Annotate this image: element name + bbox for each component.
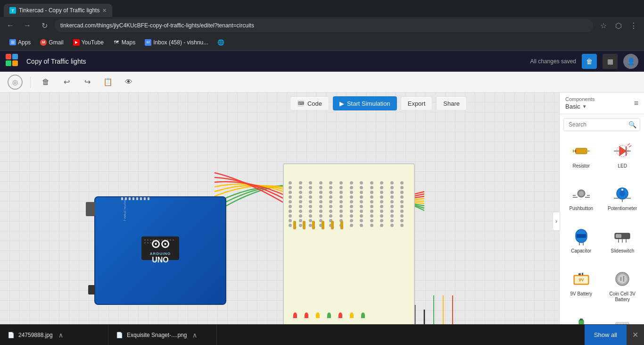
led-icon (612, 141, 633, 161)
delete-button[interactable]: 🗑 (582, 54, 597, 69)
undo-button[interactable]: ↩ (59, 75, 74, 90)
svg-line-15 (629, 145, 631, 147)
inbox-favicon: M (145, 39, 151, 46)
component-potentiometer[interactable]: Potentiometer (603, 179, 643, 220)
svg-point-18 (578, 191, 584, 196)
forward-button[interactable]: → (21, 19, 34, 32)
app-header: Copy of Traffic lights All changes saved… (0, 51, 644, 72)
svg-rect-42 (582, 273, 583, 275)
taskbar-file2[interactable]: 📄 Exquisite Snaget-....png ∧ (108, 325, 217, 345)
9v-battery-icon: 9V (571, 269, 592, 289)
user-avatar[interactable]: 👤 (623, 54, 638, 69)
bookmark-inbox-label: Inbox (458) - vishnu... (153, 39, 208, 46)
components-dropdown[interactable]: Basic ▼ (565, 103, 594, 110)
code-icon: ⌨ (297, 100, 305, 107)
component-capacitor-label: Capacitor (571, 248, 591, 254)
svg-marker-10 (619, 146, 626, 156)
taskbar-close-button[interactable]: ✕ (627, 325, 644, 345)
components-grid: Resistor (560, 135, 644, 345)
browser-actions: ☆ ⬡ ⋮ (597, 19, 640, 32)
component-coincell-label: Coin Cell 3V Battery (605, 291, 641, 303)
panel-list-icon[interactable]: ≡ (634, 99, 638, 108)
breadboard[interactable]: for(let i=0;i<120;i++){document.write('<… (283, 163, 415, 345)
panel-collapse-button[interactable]: › (553, 212, 560, 231)
circuit-container: ⊙⊙ ARDUINO UNO DIGITAL (PWM~) (94, 121, 481, 345)
active-tab[interactable]: T Tinkercad - Copy of Traffic lights × (4, 4, 112, 17)
component-coincell[interactable]: Coin Cell 3V Battery (603, 265, 643, 311)
show-all-label: Show all (594, 331, 617, 338)
component-resistor-label: Resistor (572, 163, 590, 169)
bookmark-youtube-label: YouTube (82, 39, 104, 46)
top-actions: ⌨ Code ▶ Start Simulation Export Share (290, 96, 467, 110)
bookmark-maps[interactable]: 🗺 Maps (109, 37, 139, 48)
bookmark-inbox[interactable]: M Inbox (458) - vishnu... (141, 37, 212, 48)
globe-favicon: 🌐 (217, 39, 224, 46)
tab-close-icon[interactable]: × (102, 7, 106, 14)
export-button[interactable]: Export (401, 96, 433, 110)
dropdown-arrow-icon: ▼ (582, 104, 587, 109)
panel-header-left: Components Basic ▼ (565, 96, 594, 110)
component-slideswitch[interactable]: Slideswitch (603, 222, 643, 262)
project-name: Copy of Traffic lights (26, 58, 525, 65)
taskbar: 📄 24759888.jpg ∧ 📄 Exquisite Snaget-....… (0, 324, 644, 345)
svg-point-25 (621, 189, 623, 191)
address-bar-row: ← → ↻ ☆ ⬡ ⋮ (0, 17, 644, 34)
grid-view-button[interactable]: ▦ (603, 54, 618, 69)
component-9v-battery-label: 9V Battery (570, 291, 592, 297)
jpg-file-icon: 📄 (8, 332, 15, 338)
arduino-board[interactable]: ⊙⊙ ARDUINO UNO DIGITAL (PWM~) (94, 196, 226, 305)
main-layout: ⌨ Code ▶ Start Simulation Export Share (0, 93, 644, 345)
notes-button[interactable]: 📋 (100, 75, 116, 90)
extension-icon[interactable]: ⬡ (612, 19, 625, 32)
svg-rect-30 (577, 234, 586, 238)
tab-bar: T Tinkercad - Copy of Traffic lights × (0, 0, 644, 17)
component-capacitor[interactable]: Capacitor (561, 222, 601, 262)
reload-button[interactable]: ↻ (38, 19, 51, 32)
components-panel: Components Basic ▼ ≡ 🔍 (559, 93, 644, 345)
component-resistor[interactable]: Resistor (561, 137, 601, 177)
arduino-logo: ⊙⊙ ARDUINO UNO (150, 237, 171, 264)
view-button[interactable]: 👁 (121, 75, 136, 90)
back-button[interactable]: ← (4, 19, 17, 32)
canvas-inner: ⌨ Code ▶ Start Simulation Export Share (0, 93, 559, 345)
taskbar-file1-arrow: ∧ (58, 331, 63, 339)
bookmark-youtube[interactable]: ▶ YouTube (69, 37, 107, 48)
bookmark-gmail[interactable]: M Gmail (36, 37, 67, 48)
search-icon: 🔍 (628, 121, 636, 128)
svg-text:9V: 9V (578, 278, 584, 282)
component-slideswitch-label: Slideswitch (611, 248, 634, 254)
svg-rect-41 (578, 273, 581, 275)
rotate-compass[interactable]: ◎ (8, 75, 23, 90)
component-pushbutton[interactable]: Pushbutton (561, 179, 601, 220)
bookmark-globe[interactable]: 🌐 (214, 37, 228, 48)
taskbar-close-icon: ✕ (632, 330, 638, 339)
tab-favicon: T (9, 7, 16, 14)
dropdown-label: Basic (565, 103, 580, 110)
leds-row-1 (293, 312, 365, 318)
bookmark-apps[interactable]: ⊞ Apps (6, 37, 34, 48)
code-button[interactable]: ⌨ Code (290, 96, 329, 110)
capacitor-icon (571, 226, 592, 246)
coincell-icon (612, 269, 633, 289)
simulate-button[interactable]: ▶ Start Simulation (333, 96, 397, 110)
show-all-button[interactable]: Show all (585, 325, 627, 345)
redo-button[interactable]: ↪ (80, 75, 95, 90)
component-9v-battery[interactable]: 9V 9V Battery (561, 265, 601, 311)
address-input[interactable] (55, 19, 593, 32)
toolbar: ◎ 🗑 ↩ ↪ 📋 👁 (0, 72, 644, 93)
digital-pin-row (121, 197, 149, 200)
toolbar-sep1 (30, 76, 31, 88)
delete-tool-button[interactable]: 🗑 (38, 75, 53, 90)
digital-pins-label: DIGITAL (PWM~) (124, 199, 126, 221)
component-led-label: LED (618, 163, 627, 169)
component-led[interactable]: LED (603, 137, 643, 177)
share-button[interactable]: Share (436, 96, 467, 110)
taskbar-file1[interactable]: 📄 24759888.jpg ∧ (0, 325, 108, 345)
svg-line-14 (627, 143, 630, 145)
bookmark-apps-label: Apps (18, 39, 31, 46)
bookmark-star-icon[interactable]: ☆ (597, 19, 610, 32)
components-header-label: Components (565, 96, 594, 102)
slideswitch-icon (612, 226, 633, 246)
menu-icon[interactable]: ⋮ (627, 19, 640, 32)
pushbutton-icon (571, 183, 592, 204)
